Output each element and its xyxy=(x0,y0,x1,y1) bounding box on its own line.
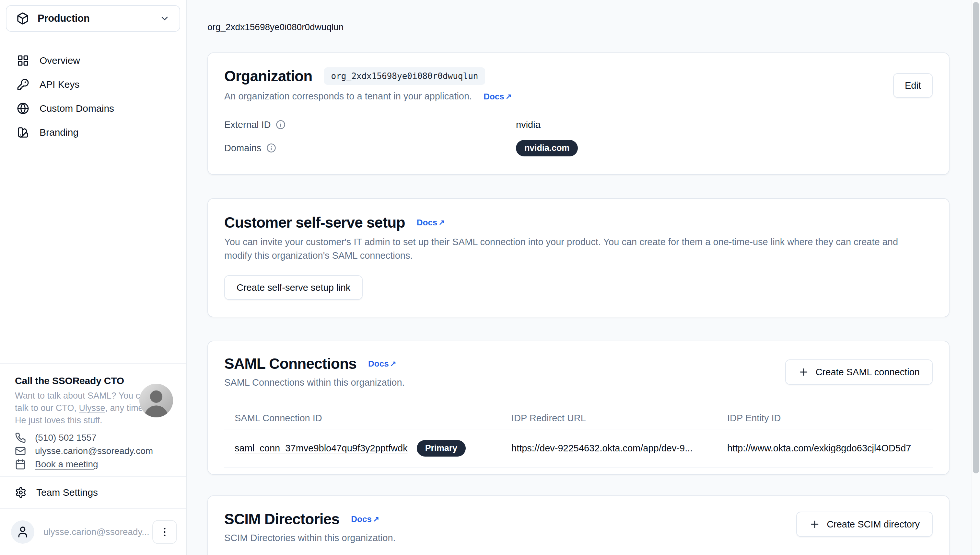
info-icon[interactable] xyxy=(266,143,276,153)
environment-label: Production xyxy=(38,13,151,24)
team-settings-label: Team Settings xyxy=(36,487,98,498)
info-icon[interactable] xyxy=(276,120,285,130)
user-account-row: ulysse.carion@ssoready... xyxy=(0,509,186,555)
create-scim-directory-button[interactable]: Create SCIM directory xyxy=(796,512,933,537)
sidebar-item-custom-domains[interactable]: Custom Domains xyxy=(0,96,186,120)
plus-icon xyxy=(809,519,820,530)
book-meeting-link[interactable]: Book a meeting xyxy=(35,459,98,470)
idp-entity-id-value: http://www.okta.com/exkig8gdo63cjl4OD5d7 xyxy=(727,443,933,454)
saml-connections-table: SAML Connection ID IDP Redirect URL IDP … xyxy=(224,407,933,468)
breadcrumb: org_2xdx15698ye0i080r0dwuqlun xyxy=(208,21,980,33)
column-header-connection-id: SAML Connection ID xyxy=(224,413,512,423)
edit-button[interactable]: Edit xyxy=(893,73,933,98)
sidebar-item-label: Custom Domains xyxy=(40,103,114,114)
sidebar-nav: Overview API Keys Custom Domains Brandin… xyxy=(0,48,186,144)
domains-label: Domains xyxy=(224,143,261,154)
external-id-row: External ID nvidia xyxy=(224,115,933,134)
external-link-icon: ↗ xyxy=(390,359,396,368)
self-serve-card: Customer self-serve setup Docs↗ You can … xyxy=(208,198,949,317)
environment-switcher[interactable]: Production xyxy=(6,5,180,32)
globe-icon xyxy=(17,102,29,115)
external-link-icon: ↗ xyxy=(438,218,445,227)
scim-docs-link[interactable]: Docs↗ xyxy=(351,514,379,524)
sidebar-item-label: Branding xyxy=(40,127,79,138)
docs-label: Docs xyxy=(484,91,504,102)
external-link-icon: ↗ xyxy=(505,92,512,101)
self-serve-description: You can invite your customer's IT admin … xyxy=(224,235,927,262)
docs-label: Docs xyxy=(368,359,389,369)
plus-icon xyxy=(798,367,809,377)
organization-docs-link[interactable]: Docs↗ xyxy=(484,91,512,102)
scim-directories-card: SCIM Directories Docs↗ SCIM Directories … xyxy=(208,496,949,555)
user-icon xyxy=(16,526,29,539)
table-row: saml_conn_37mve9blo47qu9f3y2pptfwdk Prim… xyxy=(224,429,933,468)
cto-contacts: (510) 502 1557 ulysse.carion@ssoready.co… xyxy=(15,431,173,471)
sidebar-item-team-settings[interactable]: Team Settings xyxy=(0,476,186,508)
external-id-value: nvidia xyxy=(516,119,933,130)
column-header-idp-redirect-url: IDP Redirect URL xyxy=(512,413,727,423)
organization-fields: External ID nvidia Domains nvidia.com xyxy=(224,115,933,157)
self-serve-title: Customer self-serve setup xyxy=(224,214,405,231)
cto-photo xyxy=(139,384,173,417)
self-serve-docs-link[interactable]: Docs↗ xyxy=(417,218,445,228)
cto-contact-card: Call the SSOReady CTO Want to talk about… xyxy=(0,364,186,476)
scrollbar-track xyxy=(972,0,980,555)
domain-badge: nvidia.com xyxy=(516,140,578,156)
sidebar-item-overview[interactable]: Overview xyxy=(0,48,186,72)
user-menu-button[interactable] xyxy=(152,520,177,544)
sidebar: Production Overview API Keys Custom Doma… xyxy=(0,0,187,555)
organization-description: An organization corresponds to a tenant … xyxy=(224,89,472,103)
sidebar-item-label: Overview xyxy=(40,55,80,66)
cto-email-row: ulysse.carion@ssoready.com xyxy=(15,444,173,457)
docs-label: Docs xyxy=(417,218,438,228)
sidebar-item-branding[interactable]: Branding xyxy=(0,120,186,144)
swatchbook-icon xyxy=(17,126,29,139)
kebab-icon xyxy=(159,526,171,538)
sidebar-item-api-keys[interactable]: API Keys xyxy=(0,72,186,96)
table-header-row: SAML Connection ID IDP Redirect URL IDP … xyxy=(224,407,933,429)
org-id-badge: org_2xdx15698ye0i080r0dwuqlun xyxy=(324,67,486,85)
scrollbar-thumb[interactable] xyxy=(973,2,979,473)
mail-icon xyxy=(15,446,26,457)
create-saml-connection-label: Create SAML connection xyxy=(816,367,920,377)
chevron-down-icon xyxy=(159,13,170,24)
ulysse-link[interactable]: Ulysse xyxy=(79,403,105,413)
domains-row: Domains nvidia.com xyxy=(224,139,933,157)
scim-directories-title: SCIM Directories xyxy=(224,510,339,528)
organization-card: Organization org_2xdx15698ye0i080r0dwuql… xyxy=(208,53,949,175)
external-link-icon: ↗ xyxy=(373,515,379,524)
main-content: org_2xdx15698ye0i080r0dwuqlun Organizati… xyxy=(187,0,980,555)
cto-card-body: Want to talk about SAML? You can talk to… xyxy=(15,390,151,427)
cto-phone[interactable]: (510) 502 1557 xyxy=(35,433,97,443)
user-email: ulysse.carion@ssoready... xyxy=(43,527,152,537)
primary-badge: Primary xyxy=(417,440,466,457)
create-scim-directory-label: Create SCIM directory xyxy=(827,519,920,530)
organization-title: Organization xyxy=(224,67,312,85)
avatar xyxy=(11,520,34,544)
cto-email[interactable]: ulysse.carion@ssoready.com xyxy=(35,446,153,456)
phone-icon xyxy=(15,432,26,443)
column-header-idp-entity-id: IDP Entity ID xyxy=(727,413,933,423)
key-icon xyxy=(17,79,29,91)
saml-connections-title: SAML Connections xyxy=(224,355,356,372)
idp-redirect-url-value: https://dev-92254632.okta.com/app/dev-9.… xyxy=(512,443,727,454)
grid-icon xyxy=(17,55,29,67)
docs-label: Docs xyxy=(351,514,372,524)
create-self-serve-link-button[interactable]: Create self-serve setup link xyxy=(224,275,363,300)
cto-book-row: Book a meeting xyxy=(15,457,173,471)
sidebar-item-label: API Keys xyxy=(40,79,79,90)
gear-icon xyxy=(15,487,27,498)
saml-docs-link[interactable]: Docs↗ xyxy=(368,359,396,369)
calendar-icon xyxy=(15,459,26,470)
saml-connection-link[interactable]: saml_conn_37mve9blo47qu9f3y2pptfwdk xyxy=(235,443,408,454)
create-saml-connection-button[interactable]: Create SAML connection xyxy=(785,359,933,385)
box-icon xyxy=(16,12,29,25)
cto-phone-row: (510) 502 1557 xyxy=(15,431,173,444)
external-id-label: External ID xyxy=(224,119,270,130)
saml-connections-card: SAML Connections Docs↗ SAML Connections … xyxy=(208,341,949,475)
